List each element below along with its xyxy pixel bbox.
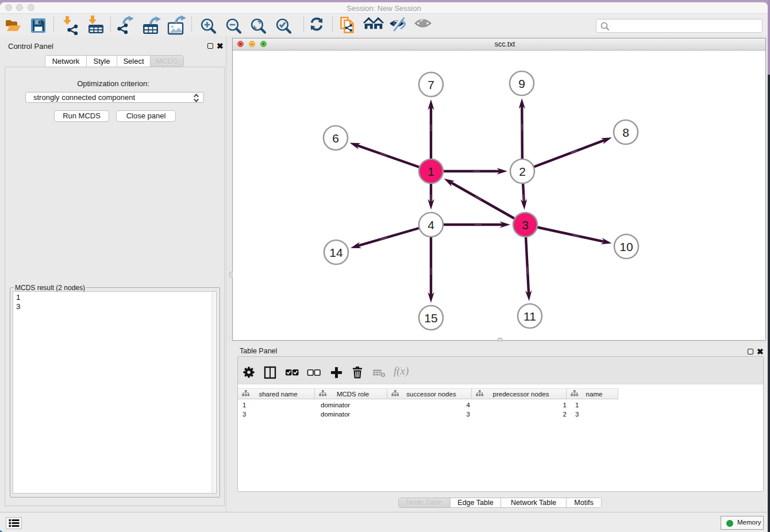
svg-text:9: 9 (518, 77, 525, 90)
svg-text:1: 1 (428, 165, 434, 178)
svg-text:7: 7 (428, 78, 434, 91)
svg-text:3: 3 (522, 218, 529, 232)
svg-text:8: 8 (622, 126, 629, 139)
svg-text:11: 11 (523, 310, 536, 323)
svg-text:2: 2 (519, 165, 526, 178)
svg-text:6: 6 (332, 132, 339, 145)
svg-text:14: 14 (329, 246, 343, 259)
svg-text:10: 10 (619, 240, 633, 253)
svg-text:4: 4 (428, 218, 434, 232)
svg-text:15: 15 (424, 311, 437, 325)
